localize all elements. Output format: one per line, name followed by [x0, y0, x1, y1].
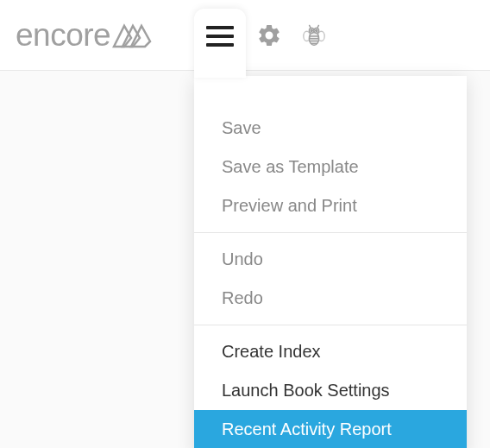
menu-item-preview-print[interactable]: Preview and Print: [194, 186, 467, 225]
hamburger-tab[interactable]: [194, 9, 246, 78]
main-menu-dropdown: Save Save as Template Preview and Print …: [194, 76, 467, 448]
gear-icon[interactable]: [255, 22, 283, 49]
menu-group-tools: Create Index Launch Book Settings Recent…: [194, 325, 467, 448]
menu-item-save-as-template[interactable]: Save as Template: [194, 148, 467, 186]
menu-item-undo[interactable]: Undo: [194, 240, 467, 279]
menu-item-create-index[interactable]: Create Index: [194, 332, 467, 371]
menu-item-recent-activity-report[interactable]: Recent Activity Report: [194, 410, 467, 448]
svg-point-5: [316, 29, 317, 31]
brand-mark-icon: [112, 21, 154, 50]
svg-point-4: [311, 29, 312, 31]
bee-icon[interactable]: [300, 22, 328, 49]
menu-group-edit: Undo Redo: [194, 232, 467, 325]
brand-name: encore: [16, 17, 110, 54]
brand-logo: encore: [16, 17, 154, 54]
menu-group-file: Save Save as Template Preview and Print: [194, 102, 467, 232]
menu-item-launch-book-settings[interactable]: Launch Book Settings: [194, 371, 467, 410]
menu-item-save[interactable]: Save: [194, 109, 467, 148]
hamburger-icon[interactable]: [206, 26, 234, 47]
menu-item-redo[interactable]: Redo: [194, 279, 467, 318]
